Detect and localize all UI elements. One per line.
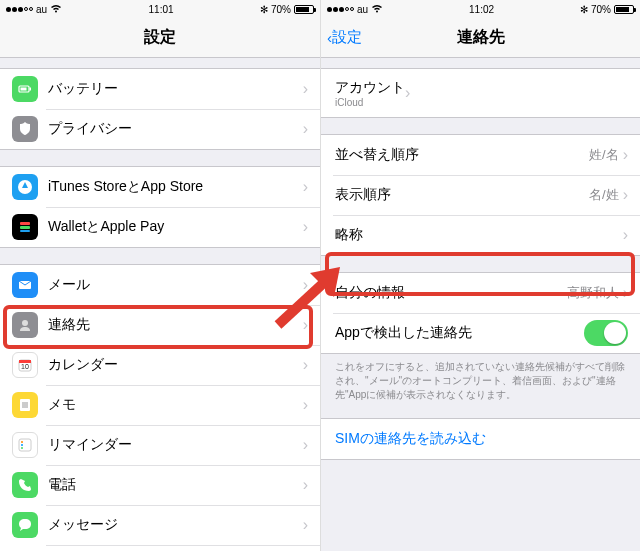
svg-rect-4 [20,222,30,225]
settings-row-phone[interactable]: 電話› [0,465,320,505]
row-label: プライバシー [48,120,303,138]
chevron-right-icon: › [623,284,628,302]
row-value: 名/姓 [589,186,619,204]
contacts-icon [12,312,38,338]
signal-dots [6,7,33,12]
row-label: WalletとApple Pay [48,218,303,236]
carrier-label: au [36,4,47,15]
chevron-right-icon: › [623,146,628,164]
chevron-right-icon: › [303,396,308,414]
battery-icon [614,5,634,14]
row-label: 略称 [335,226,623,244]
account-label: アカウント [335,79,405,97]
chevron-right-icon: › [623,226,628,244]
chevron-right-icon: › [303,218,308,236]
settings-row-calendar[interactable]: 10カレンダー› [0,345,320,385]
sort-order-row[interactable]: 並べ替え順序 姓/名 › [321,135,640,175]
svg-rect-6 [20,230,30,232]
row-label: カレンダー [48,356,303,374]
mail-icon [12,272,38,298]
nav-bar: 設定 [0,18,320,58]
svg-rect-16 [19,439,31,451]
appstore-icon [12,174,38,200]
svg-point-8 [22,320,28,326]
chevron-right-icon: › [303,316,308,334]
settings-row-reminders[interactable]: リマインダー› [0,425,320,465]
row-label: Appで検出した連絡先 [335,324,584,342]
svg-point-19 [21,447,23,449]
signal-dots [327,7,354,12]
row-label: 自分の情報 [335,284,567,302]
bluetooth-icon: ✻ [580,4,588,15]
chevron-right-icon: › [303,436,308,454]
wifi-icon [50,4,62,15]
settings-row-facetime[interactable]: FaceTime› [0,545,320,551]
bluetooth-icon: ✻ [260,4,268,15]
display-order-row[interactable]: 表示順序 名/姓 › [321,175,640,215]
calendar-icon: 10 [12,352,38,378]
battery-percent: 70% [591,4,611,15]
battery-percent: 70% [271,4,291,15]
back-button[interactable]: ‹ 設定 [327,28,362,47]
reminders-icon [12,432,38,458]
chevron-right-icon: › [623,186,628,204]
row-label: 電話 [48,476,303,494]
page-title: 設定 [144,27,176,48]
chevron-right-icon: › [303,476,308,494]
row-label: iTunes StoreとApp Store [48,178,303,196]
import-sim-row[interactable]: SIMの連絡先を読み込む [321,419,640,459]
nav-bar: ‹ 設定 連絡先 [321,18,640,58]
status-bar: au 11:02 ✻ 70% [321,0,640,18]
row-label: メッセージ [48,516,303,534]
notes-icon [12,392,38,418]
chevron-right-icon: › [303,356,308,374]
carrier-label: au [357,4,368,15]
row-value: 姓/名 [589,146,619,164]
settings-row-notes[interactable]: メモ› [0,385,320,425]
chevron-right-icon: › [303,276,308,294]
settings-screen: au 11:01 ✻ 70% 設定 バッテリー›プライバシー›iTunes St… [0,0,320,551]
settings-row-wallet[interactable]: WalletとApple Pay› [0,207,320,247]
contacts-settings-screen: au 11:02 ✻ 70% ‹ 設定 連絡先 アカウント [320,0,640,551]
account-sub: iCloud [335,97,405,108]
settings-row-messages[interactable]: メッセージ› [0,505,320,545]
row-value: 高野和人 [567,284,619,302]
settings-row-privacy[interactable]: プライバシー› [0,109,320,149]
privacy-icon [12,116,38,142]
phone-icon [12,472,38,498]
my-info-row[interactable]: 自分の情報 高野和人 › [321,273,640,313]
status-time: 11:01 [149,4,174,15]
footer-note: これをオフにすると、追加されていない連絡先候補がすべて削除され、"メール"のオー… [321,354,640,402]
toggle-switch[interactable] [584,320,628,346]
short-name-row[interactable]: 略称 › [321,215,640,255]
battery-icon [12,76,38,102]
chevron-right-icon: › [303,80,308,98]
row-label: 並べ替え順序 [335,146,589,164]
messages-icon [12,512,38,538]
chevron-right-icon: › [303,120,308,138]
settings-row-battery[interactable]: バッテリー› [0,69,320,109]
svg-point-18 [21,444,23,446]
svg-rect-5 [20,226,30,229]
svg-rect-1 [30,88,32,91]
settings-row-mail[interactable]: メール› [0,265,320,305]
row-label: 連絡先 [48,316,303,334]
wallet-icon [12,214,38,240]
battery-icon [294,5,314,14]
row-label: リマインダー [48,436,303,454]
settings-row-appstore[interactable]: iTunes StoreとApp Store› [0,167,320,207]
found-in-apps-row[interactable]: Appで検出した連絡先 [321,313,640,353]
wifi-icon [371,4,383,15]
svg-rect-2 [21,88,27,91]
status-time: 11:02 [469,4,494,15]
row-label: バッテリー [48,80,303,98]
row-label: SIMの連絡先を読み込む [335,430,628,448]
chevron-right-icon: › [303,178,308,196]
chevron-right-icon: › [303,516,308,534]
settings-row-contacts[interactable]: 連絡先› [0,305,320,345]
page-title: 連絡先 [457,27,505,48]
account-row[interactable]: アカウント iCloud › [321,69,640,117]
svg-point-17 [21,441,23,443]
row-label: メール [48,276,303,294]
row-label: 表示順序 [335,186,589,204]
